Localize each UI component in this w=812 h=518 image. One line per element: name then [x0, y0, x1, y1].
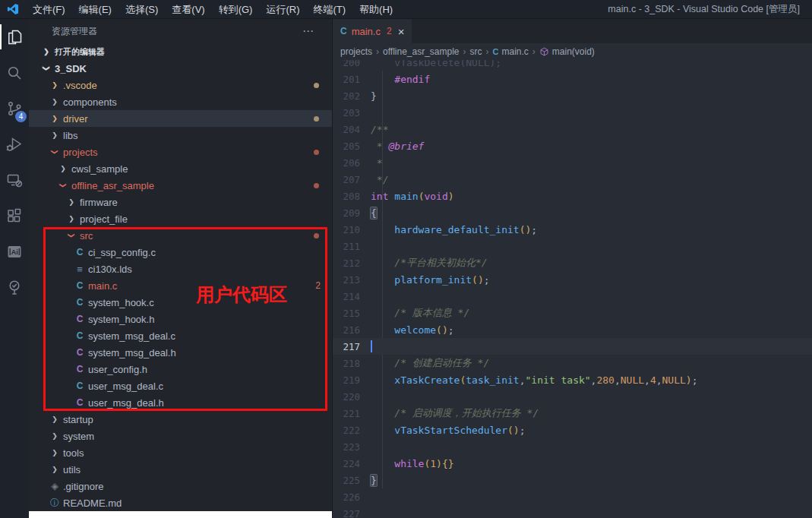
- tree-item-system_msg_deal.h[interactable]: Csystem_msg_deal.h: [29, 344, 332, 361]
- tree-item-label: driver: [63, 113, 88, 125]
- code-line-227[interactable]: 227: [333, 505, 812, 518]
- tree-item-label: system: [63, 431, 94, 442]
- tree-item-打开的编辑器[interactable]: ❯打开的编辑器: [29, 43, 332, 60]
- chevron-right-icon: ❯: [49, 449, 61, 456]
- code-line-201[interactable]: 201 #endif: [333, 71, 812, 87]
- code-line-205[interactable]: 205 * @brief: [333, 137, 812, 154]
- code-line-202[interactable]: 202}: [333, 87, 812, 104]
- breadcrumb-item-main(void)[interactable]: main(void): [539, 46, 595, 57]
- tree-item-offline_asr_sample[interactable]: ❯offline_asr_sample: [29, 177, 332, 194]
- tree-item-utils[interactable]: ❯utils: [29, 461, 332, 478]
- tab-main-c[interactable]: C main.c 2 ×: [333, 19, 412, 43]
- menu-item-3[interactable]: 选择(S): [118, 0, 165, 19]
- code-line-214[interactable]: 214: [333, 288, 812, 305]
- line-number: 205: [333, 141, 371, 152]
- tree-item-tools[interactable]: ❯tools: [29, 444, 332, 461]
- line-content: *: [371, 157, 383, 169]
- code-line-215[interactable]: 215 /* 版本信息 */: [333, 305, 812, 321]
- tree-item-3_SDK[interactable]: ❯3_SDK: [29, 60, 332, 77]
- extensions-icon[interactable]: [0, 197, 29, 233]
- tree-item-user_config.h[interactable]: Cuser_config.h: [29, 361, 332, 377]
- tree-item-ci130x.lds[interactable]: ≡ci130x.lds: [29, 261, 332, 277]
- more-actions-icon[interactable]: ⋯: [302, 19, 314, 43]
- close-icon[interactable]: ×: [398, 25, 405, 38]
- code-line-219[interactable]: 219 xTaskCreate(task_init,"init task",28…: [333, 371, 812, 388]
- tree-item-system_hook.c[interactable]: Csystem_hook.c: [29, 294, 332, 311]
- code-line-223[interactable]: 223: [333, 438, 812, 455]
- tree-item-cwsl_sample[interactable]: ❯cwsl_sample: [29, 160, 332, 177]
- code-area[interactable]: 200 vTaskDelete(NULL);201 #endif202}2032…: [333, 60, 812, 518]
- code-line-221[interactable]: 221 /* 启动调度，开始执行任务 */: [333, 405, 812, 422]
- lds-file-icon: ≡: [74, 264, 86, 275]
- breadcrumb-separator: ›: [486, 46, 489, 57]
- tree-item-.gitignore[interactable]: ◈.gitignore: [29, 478, 332, 494]
- code-line-203[interactable]: 203: [333, 104, 812, 121]
- line-content: vTaskStartScheduler();: [371, 425, 526, 436]
- breadcrumb-item-offline_asr_sample[interactable]: offline_asr_sample: [383, 46, 460, 57]
- code-line-210[interactable]: 210 hardware_default_init();: [333, 221, 812, 238]
- search-icon[interactable]: [0, 55, 29, 90]
- line-number: 219: [333, 374, 371, 386]
- code-line-207[interactable]: 207 */: [333, 171, 812, 188]
- tree-item-main.c[interactable]: Cmain.c2: [29, 277, 332, 294]
- menu-item-1[interactable]: 文件(F): [26, 0, 72, 19]
- tree-check-icon[interactable]: [0, 269, 29, 305]
- tree-item-driver[interactable]: ❯driver: [29, 110, 332, 127]
- menu-item-6[interactable]: 运行(R): [259, 0, 306, 19]
- line-number: 225: [333, 475, 371, 486]
- code-line-204[interactable]: 204/**: [333, 121, 812, 137]
- tree-item-firmware[interactable]: ❯firmware: [29, 194, 332, 210]
- code-line-209[interactable]: 209{: [333, 204, 812, 221]
- tree-item-components[interactable]: ❯components: [29, 93, 332, 110]
- run-debug-icon[interactable]: [0, 126, 29, 162]
- code-line-216[interactable]: 216 welcome();: [333, 321, 812, 338]
- line-content: */: [371, 174, 388, 185]
- tree-item-system[interactable]: ❯system: [29, 428, 332, 444]
- activity-bar: 4Ai: [0, 19, 29, 518]
- line-number: 203: [333, 107, 371, 118]
- breadcrumb-item-src[interactable]: src: [470, 46, 482, 57]
- menu-item-8[interactable]: 帮助(H): [352, 0, 400, 19]
- code-line-225[interactable]: 225}: [333, 472, 812, 488]
- tree-item-user_msg_deal.c[interactable]: Cuser_msg_deal.c: [29, 377, 332, 394]
- code-line-218[interactable]: 218 /* 创建启动任务 */: [333, 355, 812, 371]
- tree-item-system_msg_deal.c[interactable]: Csystem_msg_deal.c: [29, 327, 332, 344]
- code-line-213[interactable]: 213 platform_init();: [333, 271, 812, 288]
- tree-item-libs[interactable]: ❯libs: [29, 127, 332, 144]
- tree-item-src[interactable]: ❯src: [29, 227, 332, 244]
- menu-item-2[interactable]: 编辑(E): [72, 0, 118, 19]
- code-line-206[interactable]: 206 *: [333, 154, 812, 171]
- breadcrumb-item-projects[interactable]: projects: [340, 46, 372, 57]
- menu-item-7[interactable]: 终端(T): [306, 0, 352, 19]
- tree-item-README.md[interactable]: ⓘREADME.md: [29, 494, 332, 511]
- tree-item-projects[interactable]: ❯projects: [29, 144, 332, 160]
- code-line-217[interactable]: 217: [333, 338, 812, 355]
- ai-extension-icon[interactable]: Ai: [0, 233, 29, 269]
- remote-explorer-icon[interactable]: [0, 162, 29, 197]
- explorer-sidebar: 资源管理器 ⋯ ❯打开的编辑器❯3_SDK❯.vscode❯components…: [29, 19, 333, 518]
- code-line-222[interactable]: 222 vTaskStartScheduler();: [333, 422, 812, 438]
- tree-item-startup[interactable]: ❯startup: [29, 411, 332, 428]
- tree-item-system_hook.h[interactable]: Csystem_hook.h: [29, 311, 332, 327]
- tree-item-label: tools: [63, 447, 84, 459]
- menu-item-4[interactable]: 查看(V): [165, 0, 211, 19]
- code-line-220[interactable]: 220: [333, 388, 812, 405]
- explorer-icon[interactable]: [0, 19, 29, 55]
- code-line-208[interactable]: 208int main(void): [333, 188, 812, 204]
- code-line-211[interactable]: 211: [333, 238, 812, 254]
- tree-item-user_msg_deal.h[interactable]: Cuser_msg_deal.h: [29, 394, 332, 411]
- tree-item-project_file[interactable]: ❯project_file: [29, 210, 332, 227]
- c-file-icon: C: [74, 330, 86, 341]
- tree-item-.vscode[interactable]: ❯.vscode: [29, 77, 332, 93]
- c-file-icon: C: [74, 381, 86, 391]
- code-line-226[interactable]: 226: [333, 488, 812, 505]
- tree-item-label: system_hook.h: [88, 314, 154, 325]
- tree-item-ci_ssp_config.c[interactable]: Cci_ssp_config.c: [29, 244, 332, 261]
- source-control-icon[interactable]: 4: [0, 90, 29, 126]
- code-line-212[interactable]: 212 /*平台相关初始化*/: [333, 254, 812, 271]
- code-line-200[interactable]: 200 vTaskDelete(NULL);: [333, 60, 812, 71]
- breadcrumb-separator: ›: [463, 46, 466, 57]
- breadcrumb-item-main.c[interactable]: Cmain.c: [493, 46, 529, 57]
- menu-item-5[interactable]: 转到(G): [212, 0, 260, 19]
- code-line-224[interactable]: 224 while(1){}: [333, 455, 812, 472]
